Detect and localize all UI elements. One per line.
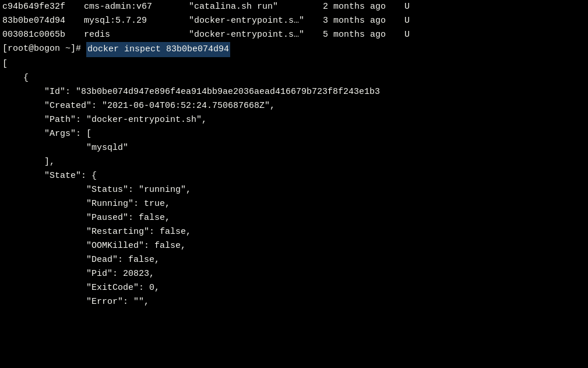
json-line: "Status": "running", xyxy=(2,183,586,197)
container-status: U xyxy=(404,14,422,28)
json-line: "Dead": false, xyxy=(2,253,586,267)
json-line: "Running": true, xyxy=(2,197,586,211)
json-output: [ { "Id": "83b0be074d947e896f4ea914bb9ae… xyxy=(0,57,588,309)
container-image: mysql:5.7.29 xyxy=(84,14,189,28)
container-image: redis xyxy=(84,28,189,42)
json-line: "Id": "83b0be074d947e896f4ea914bb9ae2036… xyxy=(2,85,586,99)
container-image: cms-admin:v67 xyxy=(84,0,189,14)
json-line: "Error": "", xyxy=(2,295,586,309)
prompt-line: [root@bogon ~]# docker inspect 83b0be074… xyxy=(0,42,588,57)
container-id: 003081c0065b xyxy=(2,28,84,42)
table-row: 003081c0065b redis "docker-entrypoint.s…… xyxy=(0,28,588,42)
json-line: "State": { xyxy=(2,169,586,183)
json-line: "Restarting": false, xyxy=(2,225,586,239)
container-id: 83b0be074d94 xyxy=(2,14,84,28)
table-row: c94b649fe32f cms-admin:v67 "catalina.sh … xyxy=(0,0,588,14)
json-line: "OOMKilled": false, xyxy=(2,239,586,253)
container-command: "docker-entrypoint.s…" xyxy=(189,14,323,28)
json-line: "Paused": false, xyxy=(2,211,586,225)
json-line: "ExitCode": 0, xyxy=(2,281,586,295)
terminal: c94b649fe32f cms-admin:v67 "catalina.sh … xyxy=(0,0,588,368)
json-line: ], xyxy=(2,155,586,169)
container-id: c94b649fe32f xyxy=(2,0,84,14)
json-line: "mysqld" xyxy=(2,141,586,155)
json-line: "Args": [ xyxy=(2,127,586,141)
container-status: U xyxy=(404,0,422,14)
json-line: "Created": "2021-06-04T06:52:24.75068766… xyxy=(2,99,586,113)
container-created: 2 months ago xyxy=(323,0,404,14)
container-status: U xyxy=(404,28,422,42)
container-created: 5 months ago xyxy=(323,28,404,42)
container-command: "catalina.sh run" xyxy=(189,0,323,14)
json-line: "Path": "docker-entrypoint.sh", xyxy=(2,113,586,127)
prompt-text: [root@bogon ~]# xyxy=(2,42,86,57)
table-row: 83b0be074d94 mysql:5.7.29 "docker-entryp… xyxy=(0,14,588,28)
json-line: "Pid": 20823, xyxy=(2,267,586,281)
json-line: [ xyxy=(2,57,586,71)
command-text[interactable]: docker inspect 83b0be074d94 xyxy=(86,42,230,57)
container-command: "docker-entrypoint.s…" xyxy=(189,28,323,42)
container-created: 3 months ago xyxy=(323,14,404,28)
json-line: { xyxy=(2,71,586,85)
